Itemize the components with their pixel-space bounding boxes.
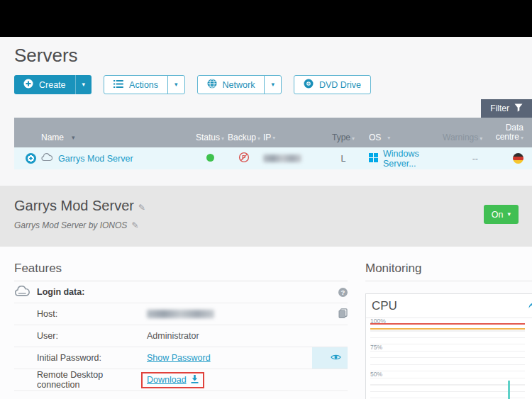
list-icon xyxy=(113,80,123,90)
filter-button[interactable]: Filter xyxy=(481,99,532,118)
sort-caret-icon: ▾ xyxy=(272,135,275,141)
create-button-label: Create xyxy=(39,80,66,90)
server-panel-title: Garrys Mod Server xyxy=(14,198,134,213)
login-data-row: Login data: ? xyxy=(14,281,348,303)
filter-icon xyxy=(514,103,523,114)
sort-caret-icon: ▾ xyxy=(387,135,390,141)
create-button[interactable]: Create xyxy=(14,75,75,94)
sort-caret-icon: ▾ xyxy=(257,135,260,142)
row-type: L xyxy=(329,154,358,164)
network-button[interactable]: Network xyxy=(198,76,265,94)
help-icon[interactable]: ? xyxy=(338,288,348,297)
column-header-os[interactable]: OS▾ xyxy=(358,133,443,142)
network-dropdown-button[interactable]: ▾ xyxy=(264,76,281,94)
chevron-down-icon: ▾ xyxy=(82,82,86,88)
page-title: Servers xyxy=(14,45,532,66)
server-table-row[interactable]: Garrys Mod Server L Windows Server... -- xyxy=(14,147,532,169)
chevron-down-icon: ▾ xyxy=(174,82,178,88)
create-button-group: Create ▾ xyxy=(14,75,92,94)
eye-icon[interactable] xyxy=(331,353,341,363)
cpu-card-title: CPU xyxy=(372,299,397,313)
create-dropdown-button[interactable]: ▾ xyxy=(75,75,92,94)
row-ip-redacted xyxy=(263,154,301,162)
column-header-data-centre[interactable]: Data centre▾ xyxy=(478,123,523,142)
actions-button[interactable]: Actions xyxy=(104,76,167,94)
network-button-label: Network xyxy=(223,80,255,90)
status-online-icon xyxy=(206,154,214,162)
initial-password-row: Initial Password: Show Password xyxy=(14,347,348,369)
features-heading: Features xyxy=(14,262,348,276)
table-header: Name▾ Status▾ Backup▾ IP▾ Type▾ OS▾ Warn… xyxy=(14,118,532,147)
column-header-ip[interactable]: IP▾ xyxy=(262,133,329,142)
column-header-backup[interactable]: Backup▾ xyxy=(226,133,262,142)
column-header-status[interactable]: Status▾ xyxy=(194,133,226,142)
edit-pencil-icon[interactable]: ✎ xyxy=(138,203,145,213)
ytick-50: 50% xyxy=(370,371,382,378)
row-os-link[interactable]: Windows Server... xyxy=(383,149,443,169)
actions-dropdown-button[interactable]: ▾ xyxy=(167,76,184,94)
password-reveal-area[interactable] xyxy=(312,347,348,369)
server-panel-title-row: Garrys Mod Server✎ xyxy=(14,186,532,214)
cpu-chart: 100% 75% 50% xyxy=(370,318,525,399)
app-window: Servers Create ▾ Actions ▾ Networ xyxy=(0,0,532,399)
cloud-server-icon xyxy=(41,153,52,164)
disc-icon xyxy=(304,79,314,91)
user-label: User: xyxy=(37,331,147,341)
top-black-bar xyxy=(0,0,532,37)
sort-caret-icon: ▾ xyxy=(221,135,224,142)
cpu-limit-line xyxy=(370,323,525,325)
chevron-down-icon: ▾ xyxy=(507,211,511,218)
network-button-group: Network ▾ xyxy=(197,75,282,94)
ytick-75: 75% xyxy=(370,344,382,351)
server-panel-subtitle: Garrys Mod Server by IONOS xyxy=(14,220,127,230)
annotation-highlight-box: Download xyxy=(141,372,204,388)
open-chart-button[interactable] xyxy=(528,300,532,311)
cloud-server-icon xyxy=(14,286,30,299)
features-column: Features Login data: ? Host: User: Admin… xyxy=(14,247,348,391)
column-header-type[interactable]: Type▾ xyxy=(329,133,358,142)
server-name-link[interactable]: Garrys Mod Server xyxy=(58,154,133,164)
server-panel-subtitle-row: Garrys Mod Server by IONOS✎ xyxy=(14,220,532,230)
dvd-drive-button-label: DVD Drive xyxy=(319,80,361,90)
remote-desktop-label: Remote Desktop connection xyxy=(37,370,147,390)
actions-button-group: Actions ▾ xyxy=(104,75,185,94)
column-header-warnings[interactable]: Warnings▾ xyxy=(443,133,478,142)
column-header-name[interactable]: Name▾ xyxy=(41,133,194,142)
monitoring-column: Monitoring CPU 100% 75% 50% xyxy=(365,247,532,399)
cpu-usage-spike xyxy=(508,381,510,399)
user-value: Administrator xyxy=(147,331,199,341)
monitoring-heading: Monitoring xyxy=(365,262,532,276)
login-data-label: Login data: xyxy=(37,287,147,297)
show-password-link[interactable]: Show Password xyxy=(147,353,211,363)
windows-logo-icon xyxy=(369,153,378,164)
sort-caret-icon: ▾ xyxy=(521,135,523,141)
filter-row: Filter xyxy=(14,99,532,118)
globe-icon xyxy=(207,79,217,91)
remote-desktop-row: Remote Desktop connection Download xyxy=(14,369,348,391)
chevron-down-icon: ▾ xyxy=(271,82,275,88)
copy-icon[interactable] xyxy=(338,308,348,320)
row-selected-radio[interactable] xyxy=(26,153,36,164)
share-arrow-icon xyxy=(528,300,532,311)
power-state-label: On xyxy=(492,210,504,220)
host-value-redacted xyxy=(147,310,214,318)
cpu-monitoring-card: CPU 100% 75% 50% xyxy=(365,293,532,399)
download-icon xyxy=(191,375,199,386)
cpu-warning-line xyxy=(370,328,525,330)
sort-caret-icon: ▾ xyxy=(352,135,355,142)
filter-button-label: Filter xyxy=(490,103,509,113)
host-label: Host: xyxy=(37,309,147,319)
user-row: User: Administrator xyxy=(14,325,348,347)
dvd-drive-button[interactable]: DVD Drive xyxy=(294,76,370,94)
edit-pencil-icon[interactable]: ✎ xyxy=(131,220,138,230)
germany-flag-icon xyxy=(513,153,523,164)
sort-caret-icon: ▾ xyxy=(72,134,75,141)
dvd-button-group: DVD Drive xyxy=(294,75,371,94)
actions-button-label: Actions xyxy=(129,80,158,90)
initial-password-label: Initial Password: xyxy=(37,353,147,363)
host-row: Host: xyxy=(14,303,348,325)
toolbar: Create ▾ Actions ▾ Network ▾ xyxy=(14,75,532,94)
download-link[interactable]: Download xyxy=(147,375,187,385)
row-warnings: -- xyxy=(443,154,478,164)
power-state-button[interactable]: On ▾ xyxy=(484,205,519,224)
